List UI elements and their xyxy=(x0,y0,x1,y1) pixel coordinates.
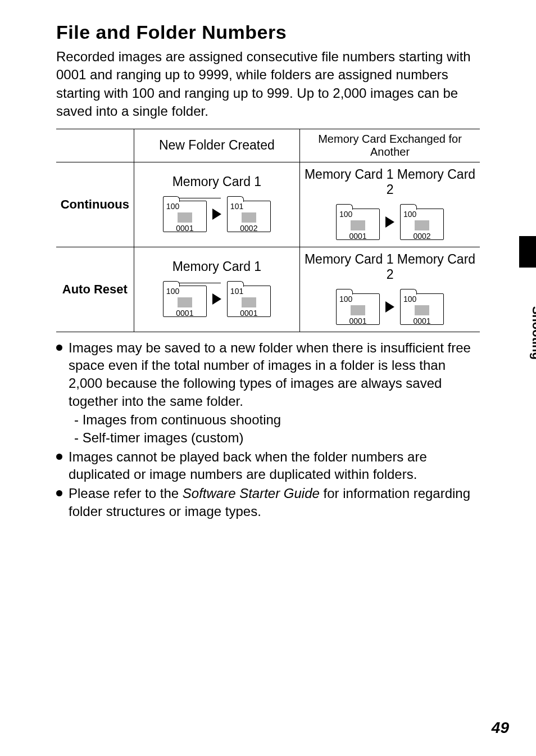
bullet-list: Images may be saved to a new folder when… xyxy=(56,339,480,520)
folder-number: 101 xyxy=(228,202,270,210)
folder-icon: 101 0002 xyxy=(227,196,271,232)
cell-continuous-newfolder: Memory Card 1 100 0001 xyxy=(134,162,299,247)
bullet-item: Please refer to the Software Starter Gui… xyxy=(56,485,480,520)
folder-icon: 100 0001 xyxy=(163,196,207,232)
sub-bullet: - Self-timer images (custom) xyxy=(69,429,480,447)
image-number: 0001 xyxy=(337,317,379,325)
bullet-text: Images may be saved to a new folder when… xyxy=(69,340,471,409)
folder-icon: 100 0001 xyxy=(336,204,380,240)
image-number: 0001 xyxy=(401,317,443,325)
cell-autoreset-exchanged: Memory Card 1 Memory Card 2 100 0001 xyxy=(300,247,480,332)
intro-paragraph: Recorded images are assigned consecutive… xyxy=(56,48,480,121)
bullet-text-italic: Software Starter Guide xyxy=(183,486,320,501)
image-thumb-icon xyxy=(178,212,192,223)
folder-number: 101 xyxy=(228,287,270,295)
image-number: 0001 xyxy=(163,309,206,317)
image-thumb-icon xyxy=(351,220,365,230)
folder-icon: 100 0001 xyxy=(163,281,207,317)
cell-autoreset-newfolder: Memory Card 1 100 0001 xyxy=(134,247,299,332)
image-thumb-icon xyxy=(415,220,429,230)
arrow-right-icon xyxy=(385,216,394,228)
image-number: 0001 xyxy=(163,224,206,232)
page-number: 49 xyxy=(492,719,509,737)
image-thumb-icon xyxy=(242,212,256,223)
folder-icon: 100 0002 xyxy=(400,204,444,240)
folder-number: 100 xyxy=(163,202,206,210)
folder-number: 100 xyxy=(337,210,379,218)
folder-number: 100 xyxy=(337,295,379,303)
image-thumb-icon xyxy=(242,297,256,307)
image-thumb-icon xyxy=(178,297,192,307)
bullet-item: Images cannot be played back when the fo… xyxy=(56,448,480,483)
arrow-right-icon xyxy=(212,209,221,220)
cell-title: Memory Card 1 Memory Card 2 xyxy=(303,167,476,197)
image-number: 0002 xyxy=(401,232,443,240)
image-number: 0002 xyxy=(228,224,270,232)
section-tab-marker xyxy=(519,236,536,268)
table-header-exchanged: Memory Card Exchanged for Another xyxy=(300,129,480,162)
image-number: 0001 xyxy=(228,309,270,317)
page-heading: File and Folder Numbers xyxy=(56,21,480,43)
cell-title: Memory Card 1 xyxy=(138,259,296,274)
folder-icon: 100 0001 xyxy=(336,289,380,325)
cell-title: Memory Card 1 xyxy=(138,174,296,189)
cell-continuous-exchanged: Memory Card 1 Memory Card 2 100 0001 xyxy=(300,162,480,247)
image-thumb-icon xyxy=(415,305,429,315)
arrow-right-icon xyxy=(212,293,221,305)
folder-number: 100 xyxy=(401,210,443,218)
row-label-continuous: Continuous xyxy=(56,162,134,247)
table-header-blank xyxy=(56,129,134,162)
bullet-text-pre: Please refer to the xyxy=(69,486,183,501)
bullet-text: Images cannot be played back when the fo… xyxy=(69,449,427,482)
numbering-table: New Folder Created Memory Card Exchanged… xyxy=(56,129,480,332)
arrow-right-icon xyxy=(385,301,394,313)
image-number: 0001 xyxy=(337,232,379,240)
folder-icon: 101 0001 xyxy=(227,281,271,317)
folder-number: 100 xyxy=(401,295,443,303)
row-label-autoreset: Auto Reset xyxy=(56,247,134,332)
folder-number: 100 xyxy=(163,287,206,295)
image-thumb-icon xyxy=(351,305,365,315)
cell-title: Memory Card 1 Memory Card 2 xyxy=(303,252,476,282)
folder-icon: 100 0001 xyxy=(400,289,444,325)
table-header-new-folder: New Folder Created xyxy=(134,129,299,162)
bullet-item: Images may be saved to a new folder when… xyxy=(56,339,480,447)
sub-bullet: - Images from continuous shooting xyxy=(69,411,480,429)
section-side-label: Shooting xyxy=(529,306,536,360)
